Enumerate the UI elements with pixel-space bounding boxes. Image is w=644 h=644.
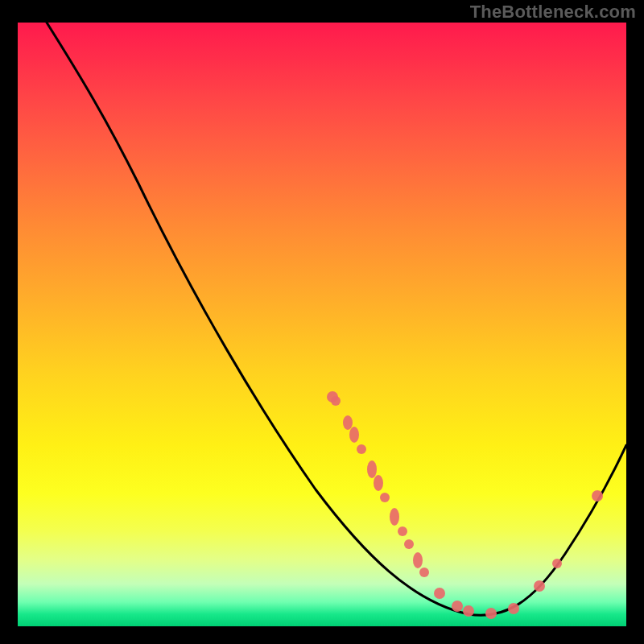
svg-point-18 [534,580,545,592]
svg-point-4 [357,444,366,454]
svg-point-6 [374,475,383,491]
svg-point-15 [463,605,474,617]
svg-point-3 [349,427,359,443]
svg-point-5 [367,460,377,478]
chart-container: TheBottleneck.com [0,0,644,644]
svg-point-12 [419,568,429,577]
svg-point-8 [390,508,399,526]
svg-point-7 [380,493,390,502]
svg-point-17 [508,603,519,614]
svg-point-11 [413,552,423,568]
data-points [327,391,603,619]
svg-point-2 [343,415,353,430]
bottleneck-curve [47,23,626,615]
svg-point-20 [592,490,603,502]
watermark-text: TheBottleneck.com [470,2,636,23]
svg-point-19 [552,559,562,568]
svg-point-13 [434,588,445,599]
plot-area [18,23,626,626]
svg-point-10 [404,539,414,549]
svg-point-1 [331,396,341,406]
svg-point-14 [452,601,463,612]
svg-point-16 [485,608,497,619]
curve-layer [18,23,626,626]
svg-point-9 [398,526,407,536]
